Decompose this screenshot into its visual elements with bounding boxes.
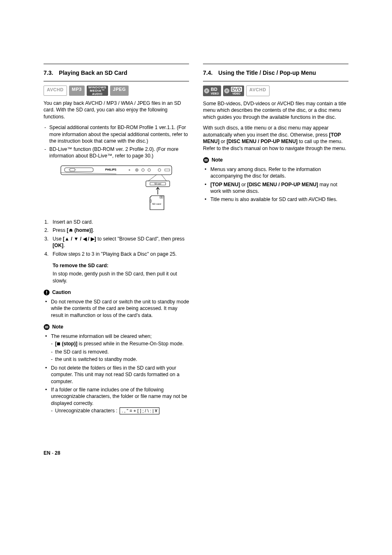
remove-heading: To remove the SD card: bbox=[53, 262, 189, 269]
section-rule bbox=[44, 64, 189, 64]
feature-item: BD-Live™ function (BD-ROM ver. 2 Profile… bbox=[44, 146, 189, 160]
step-4: Follow steps 2 to 3 in "Playing Back a D… bbox=[44, 251, 189, 257]
svg-line-14 bbox=[148, 175, 157, 181]
svg-text:PHILIPS: PHILIPS bbox=[105, 168, 117, 171]
paragraph: With such discs, a title menu or a disc … bbox=[203, 125, 348, 152]
svg-text:SD card: SD card bbox=[152, 203, 161, 205]
svg-point-7 bbox=[158, 169, 161, 171]
remove-body: In stop mode, gently push in the SD card… bbox=[53, 271, 189, 284]
badge-mp3: MP3 bbox=[69, 86, 85, 96]
section-rule bbox=[203, 64, 348, 64]
svg-point-5 bbox=[142, 169, 145, 171]
caution-item: Do not remove the SD card or switch the … bbox=[44, 298, 189, 319]
note-icon bbox=[44, 324, 50, 330]
page-footer: EN - 28 bbox=[44, 450, 348, 456]
caution-icon bbox=[44, 289, 50, 296]
section-title-7-4: 7.4. Using the Title / Disc / Pop-up Men… bbox=[203, 69, 348, 77]
svg-point-28 bbox=[206, 90, 208, 91]
note-item: Menus vary among discs. Refer to the inf… bbox=[203, 166, 348, 180]
svg-rect-25 bbox=[45, 328, 48, 328]
svg-rect-17 bbox=[150, 200, 152, 202]
note-item: [TOP MENU] or [DISC MENU / POP-UP MENU] … bbox=[203, 181, 348, 195]
note-callout: Note bbox=[44, 324, 189, 330]
svg-rect-24 bbox=[45, 327, 48, 327]
badge-bd-video: BDVIDEO bbox=[203, 86, 221, 96]
svg-rect-15 bbox=[160, 196, 161, 198]
step-2: Press [ (home)]. bbox=[44, 227, 189, 234]
badge-avchd: AVCHD bbox=[44, 86, 67, 96]
note-callout: Note bbox=[203, 157, 348, 163]
step-3: Use [▲ / ▼ / ◀ / ▶] to select "Browse SD… bbox=[44, 236, 189, 249]
badge-jpeg: JPEG bbox=[110, 86, 129, 96]
svg-rect-21 bbox=[46, 294, 47, 294]
disc-icon bbox=[224, 88, 230, 94]
svg-rect-34 bbox=[204, 161, 208, 161]
step-1: Insert an SD card. bbox=[44, 219, 189, 225]
note-icon bbox=[203, 157, 209, 163]
unrecognizable-chars: . , " = + [ ] ; / \ : | ¥ bbox=[120, 407, 159, 414]
features-list: Special additional contents for BD-ROM P… bbox=[44, 124, 189, 159]
svg-line-13 bbox=[161, 175, 166, 181]
svg-line-9 bbox=[61, 173, 116, 174]
note-label: Note bbox=[52, 324, 63, 330]
section-rule bbox=[203, 81, 348, 81]
footer-page: 28 bbox=[55, 450, 60, 456]
note-list: The resume information will be cleared w… bbox=[44, 333, 189, 415]
paragraph: Some BD-videos, DVD-videos or AVCHD file… bbox=[203, 100, 348, 120]
footer-lang: EN bbox=[44, 450, 51, 456]
svg-point-30 bbox=[226, 90, 227, 91]
caution-label: Caution bbox=[52, 289, 71, 296]
home-icon bbox=[69, 227, 73, 233]
steps-list: Insert an SD card. Press [ (home)]. Use … bbox=[44, 219, 189, 257]
format-badges: AVCHD MP3 WINDOWS MEDIA™ AUDIO JPEG bbox=[44, 86, 189, 96]
svg-text:SD card: SD card bbox=[154, 183, 161, 185]
note-item: Do not delete the folders or files in th… bbox=[44, 365, 189, 385]
note-item: If a folder or file name includes one of… bbox=[44, 386, 189, 414]
note-item: The resume information will be cleared w… bbox=[44, 333, 189, 363]
svg-rect-20 bbox=[46, 291, 47, 293]
badge-avchd: AVCHD bbox=[246, 86, 270, 96]
note-item: Title menu is also available for SD card… bbox=[203, 196, 348, 203]
note-label: Note bbox=[212, 157, 223, 163]
feature-item: Special additional contents for BD-ROM P… bbox=[44, 124, 189, 144]
caution-callout: Caution bbox=[44, 289, 189, 296]
svg-rect-23 bbox=[45, 326, 48, 326]
svg-rect-8 bbox=[165, 169, 170, 171]
section-title-7-3: 7.3. Playing Back an SD Card bbox=[44, 69, 189, 77]
player-illustration: PHILIPS SD card bbox=[59, 164, 174, 213]
svg-rect-16 bbox=[161, 196, 163, 198]
format-badges: BDVIDEO DVDVIDEO AVCHD bbox=[203, 86, 348, 96]
svg-rect-33 bbox=[204, 160, 208, 160]
caution-list: Do not remove the SD card or switch the … bbox=[44, 298, 189, 319]
badge-wma: WINDOWS MEDIA™ AUDIO bbox=[87, 86, 108, 96]
svg-rect-26 bbox=[57, 342, 60, 345]
badge-dvd-video: DVDVIDEO bbox=[223, 86, 244, 96]
device-figure: PHILIPS SD card bbox=[44, 164, 189, 213]
stop-icon bbox=[57, 341, 60, 347]
svg-point-3 bbox=[129, 169, 130, 171]
svg-point-6 bbox=[148, 169, 151, 171]
svg-rect-32 bbox=[204, 159, 208, 160]
note-list: Menus vary among discs. Refer to the inf… bbox=[203, 166, 348, 203]
disc-icon bbox=[204, 88, 210, 94]
intro-paragraph: You can play back AVCHD / MP3 / WMA / JP… bbox=[44, 100, 189, 120]
section-rule bbox=[44, 81, 189, 81]
